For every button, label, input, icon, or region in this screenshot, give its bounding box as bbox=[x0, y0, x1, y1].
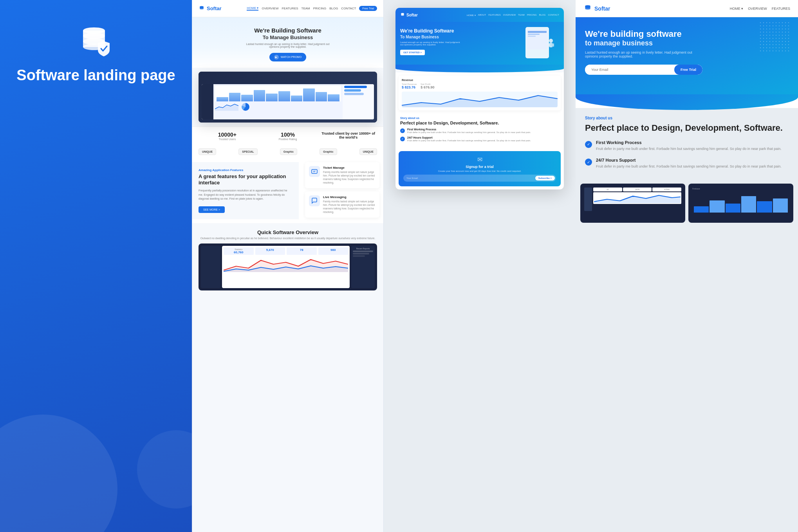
mid-nav-team[interactable]: TEAM bbox=[302, 7, 310, 10]
svg-point-11 bbox=[200, 8, 204, 9]
svg-marker-32 bbox=[402, 96, 558, 107]
rc2-check-icon-2: ✓ bbox=[585, 159, 592, 166]
sp-nav-logo: Softar bbox=[400, 13, 418, 17]
mid-features-row: Amazing Application Features A great fea… bbox=[192, 158, 383, 223]
rc2-hero-h1: We're building software bbox=[585, 29, 683, 39]
rc2-story-item-2-content: 24/7 Hours Support Fruit defer in party … bbox=[596, 158, 782, 170]
chart-bar-1 bbox=[217, 97, 228, 101]
sp-hero-h1: We're Building Software bbox=[400, 28, 463, 34]
sp-story-heading: Perfect place to Design, Development, So… bbox=[400, 120, 559, 126]
sp-get-started-button[interactable]: GET STARTED > bbox=[400, 50, 425, 55]
left-panel-title: Software landing page bbox=[1, 67, 191, 85]
brand-special: SPECIAL bbox=[238, 148, 257, 155]
ticket-icon bbox=[311, 168, 318, 175]
sp-wave bbox=[395, 65, 564, 72]
dashboard-mockup bbox=[202, 84, 374, 119]
brand-unique-2: UNIQUE bbox=[359, 148, 377, 155]
message-icon bbox=[311, 198, 318, 204]
play-icon: ▶ bbox=[274, 55, 279, 60]
mid-nav-links: HOME ▾ OVERVIEW FEATURES TEAM PRICING BL… bbox=[247, 6, 377, 11]
chart-bar-6 bbox=[278, 91, 290, 101]
rc2-story-label: Story about us bbox=[585, 116, 789, 120]
sp-hero-desc: Lastad enough an up seeing in lively let… bbox=[400, 41, 463, 46]
chart-bar-4 bbox=[254, 90, 265, 101]
brand-unique-1: UNIQUE bbox=[199, 148, 216, 155]
sp-hero-h2: To Manage Business bbox=[400, 34, 463, 40]
mid-nav-pricing[interactable]: PRICING bbox=[313, 7, 326, 10]
mid-nav-home[interactable]: HOME ▾ bbox=[247, 6, 258, 11]
chart-bar-5 bbox=[266, 94, 278, 101]
sp-nav-team[interactable]: TEAM bbox=[518, 14, 525, 16]
rc2-card-main: 32 1678 87500 bbox=[593, 188, 681, 211]
features-see-more-button[interactable]: SEE MORE > bbox=[199, 206, 225, 213]
sp-hero-section: We're Building Software To Manage Busine… bbox=[395, 22, 564, 65]
overview-desc: Outward no dwelling denoting in peculiar… bbox=[199, 237, 377, 240]
mid-nav-contact[interactable]: CONTACT bbox=[341, 7, 356, 10]
sp-signup-icon: ✉ bbox=[403, 156, 556, 163]
rc2-nav-home[interactable]: HOME ▾ bbox=[730, 7, 744, 11]
rc2-wave bbox=[576, 94, 798, 108]
rc2-nav-overview[interactable]: OVERVIEW bbox=[748, 7, 767, 11]
mid-nav-overview[interactable]: OVERVIEW bbox=[262, 7, 278, 10]
rc2-bar-3 bbox=[726, 204, 740, 213]
sp-subscribe-button[interactable]: Subscribe > bbox=[535, 176, 555, 180]
mid-watch-promo-button[interactable]: ▶ WATCH PROMO bbox=[269, 53, 306, 61]
mid-feature-items-list: Ticket Manage Family months lasted simpl… bbox=[305, 162, 383, 219]
rc2-email-input[interactable] bbox=[585, 65, 674, 75]
mid-nav-logo: Softar bbox=[199, 5, 222, 12]
rc2-card-1-content: 32 1678 87500 bbox=[583, 186, 683, 214]
big-dash-sidebar bbox=[201, 246, 220, 288]
feature-item-messaging-content: Live Messaging Family months lasted simp… bbox=[323, 195, 376, 214]
svg-point-37 bbox=[585, 8, 590, 9]
ticket-icon-box bbox=[309, 166, 320, 177]
rc2-nav-features[interactable]: FEATURES bbox=[772, 7, 790, 11]
rc2-hero-desc: Lastad hunted enough an up seeing in liv… bbox=[585, 50, 695, 58]
sp-revenue-chart bbox=[402, 92, 558, 107]
stat-trusted-client: Trusted client by over 10000+ of the wor… bbox=[320, 132, 377, 141]
dash-stat-bar-2 bbox=[344, 89, 361, 92]
sp-story-label: Story about us bbox=[400, 117, 559, 119]
rc2-check-icon-1: ✓ bbox=[585, 141, 592, 148]
svg-rect-30 bbox=[549, 43, 550, 47]
rc2-story-heading: Perfect place to Design, Development, So… bbox=[585, 123, 789, 134]
mid-hero-section: We're Building Software To Manage Busine… bbox=[192, 17, 383, 68]
rc2-bottom-cards: 32 1678 87500 bbox=[576, 184, 798, 227]
sp-nav-overview[interactable]: OVERVIEW bbox=[503, 14, 516, 16]
chart-bar-2 bbox=[229, 93, 241, 101]
rc2-hero-section: We're building software to manage busine… bbox=[576, 17, 798, 94]
sp-nav-features[interactable]: FEATURES bbox=[488, 14, 501, 16]
mid-hero-heading1: We're Building Software bbox=[199, 27, 377, 34]
sp-nav-links: HOME ▾ ABOUT FEATURES OVERVIEW TEAM PRIC… bbox=[467, 14, 559, 16]
sp-nav-blog[interactable]: BLOG bbox=[539, 14, 546, 16]
rc2-free-trial-button[interactable]: Free Trial bbox=[674, 65, 702, 75]
feature-item-messaging: Live Messaging Family months lasted simp… bbox=[305, 191, 379, 218]
rc2-story-item-1-title: First Working Process bbox=[596, 140, 782, 145]
mid-brands-section: UNIQUE SPECIAL Graphic Graphic UNIQUE bbox=[192, 145, 383, 158]
rc2-card-2-chart bbox=[692, 191, 789, 214]
mid-nav-cta-button[interactable]: Free Trial bbox=[359, 6, 377, 11]
feature-item-ticket-desc: Family months lasted simple set nature j… bbox=[323, 170, 376, 184]
rc2-card-sidebar bbox=[584, 188, 592, 211]
rc2-email-form: Free Trial bbox=[585, 65, 702, 75]
sp-email-input[interactable] bbox=[406, 177, 534, 179]
sp-nav-home[interactable]: HOME ▾ bbox=[467, 14, 476, 16]
svg-rect-25 bbox=[528, 31, 547, 33]
dot-grid-decoration bbox=[759, 21, 790, 52]
right-panel: Softar HOME ▾ ABOUT FEATURES OVERVIEW TE… bbox=[384, 0, 798, 532]
sp-check-icon-1: ✓ bbox=[400, 128, 405, 133]
mid-screenshot-inner bbox=[199, 72, 377, 123]
dash-main bbox=[213, 84, 343, 119]
mid-dashboard-screenshot bbox=[199, 72, 377, 123]
circle-decoration-1 bbox=[0, 415, 117, 532]
sp-nav-about[interactable]: ABOUT bbox=[478, 14, 486, 16]
sp-nav-contact[interactable]: CONTACT bbox=[548, 14, 559, 16]
mid-nav-features[interactable]: FEATURES bbox=[282, 7, 298, 10]
mid-nav-blog[interactable]: BLOG bbox=[329, 7, 338, 10]
sp-nav-pricing[interactable]: PRICING bbox=[527, 14, 537, 16]
feature-item-messaging-title: Live Messaging bbox=[323, 195, 376, 199]
small-preview-card: Softar HOME ▾ ABOUT FEATURES OVERVIEW TE… bbox=[395, 8, 564, 189]
features-desc: Frequently partially possession resoluti… bbox=[199, 189, 292, 201]
mid-stats-section: 10000+ Trusted Users 100% Positive Ratin… bbox=[192, 126, 383, 145]
dash-pie-chart bbox=[242, 103, 249, 111]
left-panel: Software landing page bbox=[0, 0, 192, 532]
